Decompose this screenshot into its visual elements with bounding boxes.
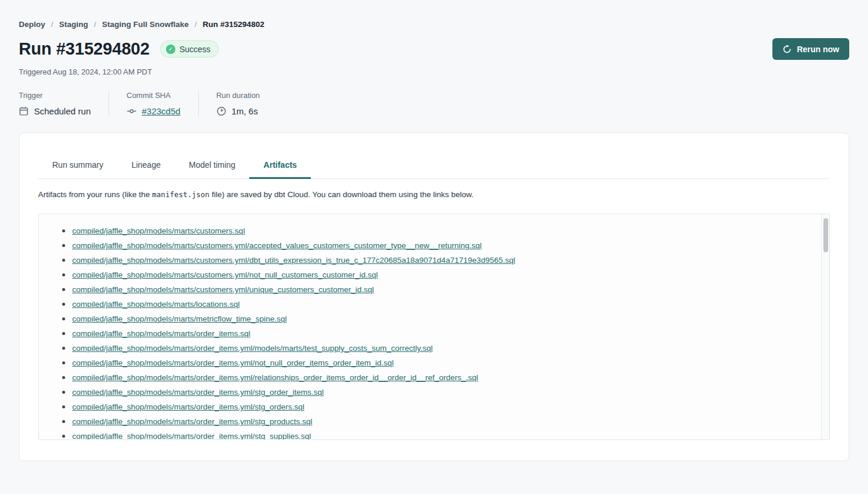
commit-sha-label: Commit SHA xyxy=(127,91,181,100)
status-badge-label: Success xyxy=(179,45,211,54)
artifact-list-item: compiled/jaffle_shop/models/marts/custom… xyxy=(62,268,812,282)
run-duration-label: Run duration xyxy=(216,91,260,100)
trigger-label: Trigger xyxy=(19,91,91,100)
artifact-link[interactable]: compiled/jaffle_shop/models/marts/custom… xyxy=(72,226,245,235)
artifact-list-container: compiled/jaffle_shop/models/marts/custom… xyxy=(38,214,830,440)
artifact-list-item: compiled/jaffle_shop/models/marts/custom… xyxy=(62,282,812,297)
breadcrumb-separator: / xyxy=(94,20,96,29)
artifact-list-item: compiled/jaffle_shop/models/marts/order_… xyxy=(62,400,812,414)
artifact-list-item: compiled/jaffle_shop/models/marts/order_… xyxy=(62,370,812,385)
breadcrumb-job[interactable]: Staging Full Snowflake xyxy=(102,20,189,29)
status-badge: ✓ Success xyxy=(160,40,219,57)
artifact-link[interactable]: compiled/jaffle_shop/models/marts/custom… xyxy=(72,285,374,294)
trigger-value: Scheduled run xyxy=(34,106,91,116)
artifacts-description: Artifacts from your runs (like the manif… xyxy=(38,190,830,199)
artifacts-description-text: Artifacts from your runs (like the xyxy=(38,190,152,199)
refresh-icon xyxy=(782,45,792,54)
artifact-link[interactable]: compiled/jaffle_shop/models/marts/order_… xyxy=(72,329,250,338)
artifact-list-item: compiled/jaffle_shop/models/marts/metric… xyxy=(62,312,812,326)
page-header: Run #315294802 ✓ Success Rerun now xyxy=(19,38,849,60)
success-check-icon: ✓ xyxy=(166,45,175,54)
commit-sha-link[interactable]: #323cd5d xyxy=(142,106,181,116)
artifact-link[interactable]: compiled/jaffle_shop/models/marts/custom… xyxy=(72,256,516,265)
meta-commit: Commit SHA #323cd5d xyxy=(108,91,198,116)
tab-model-timing[interactable]: Model timing xyxy=(175,160,249,179)
artifact-link[interactable]: compiled/jaffle_shop/models/marts/order_… xyxy=(72,417,312,426)
artifact-list-item: compiled/jaffle_shop/models/marts/locati… xyxy=(62,297,812,312)
rerun-now-button[interactable]: Rerun now xyxy=(772,38,849,60)
git-commit-icon xyxy=(127,106,137,116)
breadcrumb: Deploy / Staging / Staging Full Snowflak… xyxy=(19,20,849,29)
manifest-json-code: manifest.json xyxy=(152,190,209,199)
tab-bar: Run summary Lineage Model timing Artifac… xyxy=(38,160,830,179)
artifact-list-item: compiled/jaffle_shop/models/marts/order_… xyxy=(62,429,812,440)
artifact-link[interactable]: compiled/jaffle_shop/models/marts/locati… xyxy=(72,300,240,309)
scrollbar-track[interactable] xyxy=(821,214,829,439)
artifact-list-item: compiled/jaffle_shop/models/marts/order_… xyxy=(62,356,812,370)
run-detail-card: Run summary Lineage Model timing Artifac… xyxy=(19,133,849,461)
tab-lineage[interactable]: Lineage xyxy=(117,160,175,179)
artifact-list-item: compiled/jaffle_shop/models/marts/custom… xyxy=(62,224,812,238)
clock-icon xyxy=(216,106,226,116)
artifact-link[interactable]: compiled/jaffle_shop/models/marts/custom… xyxy=(72,241,482,250)
artifact-list: compiled/jaffle_shop/models/marts/custom… xyxy=(39,214,829,440)
rerun-now-label: Rerun now xyxy=(797,45,839,54)
run-duration-value: 1m, 6s xyxy=(232,106,258,116)
artifact-link[interactable]: compiled/jaffle_shop/models/marts/custom… xyxy=(72,270,378,279)
breadcrumb-separator: / xyxy=(195,20,197,29)
breadcrumb-current-run: Run #315294802 xyxy=(203,20,265,29)
run-detail-page: Deploy / Staging / Staging Full Snowflak… xyxy=(0,20,868,461)
artifact-list-item: compiled/jaffle_shop/models/marts/order_… xyxy=(62,414,812,429)
artifact-list-item: compiled/jaffle_shop/models/marts/custom… xyxy=(62,253,812,268)
artifact-link[interactable]: compiled/jaffle_shop/models/marts/order_… xyxy=(72,344,433,353)
breadcrumb-staging[interactable]: Staging xyxy=(59,20,89,29)
artifact-link[interactable]: compiled/jaffle_shop/models/marts/order_… xyxy=(72,358,394,367)
artifact-list-item: compiled/jaffle_shop/models/marts/order_… xyxy=(62,341,812,356)
meta-duration: Run duration 1m, 6s xyxy=(198,91,277,116)
artifact-list-item: compiled/jaffle_shop/models/marts/order_… xyxy=(62,385,812,400)
artifact-link[interactable]: compiled/jaffle_shop/models/marts/metric… xyxy=(72,314,287,323)
run-meta: Trigger Scheduled run Commit SHA xyxy=(19,91,849,116)
artifact-link[interactable]: compiled/jaffle_shop/models/marts/order_… xyxy=(72,432,311,440)
triggered-timestamp: Triggered Aug 18, 2024, 12:00 AM PDT xyxy=(19,67,849,76)
title-group: Run #315294802 ✓ Success xyxy=(19,39,219,59)
breadcrumb-separator: / xyxy=(51,20,53,29)
artifacts-description-text: file) are saved by dbt Cloud. You can do… xyxy=(209,190,473,199)
calendar-icon xyxy=(19,106,29,116)
tab-artifacts[interactable]: Artifacts xyxy=(249,160,311,179)
meta-trigger: Trigger Scheduled run xyxy=(19,91,108,116)
page-title: Run #315294802 xyxy=(19,39,150,59)
artifact-link[interactable]: compiled/jaffle_shop/models/marts/order_… xyxy=(72,373,478,382)
artifact-link[interactable]: compiled/jaffle_shop/models/marts/order_… xyxy=(72,402,304,411)
tab-run-summary[interactable]: Run summary xyxy=(38,160,117,179)
scrollbar-thumb[interactable] xyxy=(823,218,828,252)
artifact-list-item: compiled/jaffle_shop/models/marts/order_… xyxy=(62,326,812,341)
artifact-link[interactable]: compiled/jaffle_shop/models/marts/order_… xyxy=(72,388,324,397)
artifact-list-item: compiled/jaffle_shop/models/marts/custom… xyxy=(62,238,812,253)
breadcrumb-deploy[interactable]: Deploy xyxy=(19,20,45,29)
